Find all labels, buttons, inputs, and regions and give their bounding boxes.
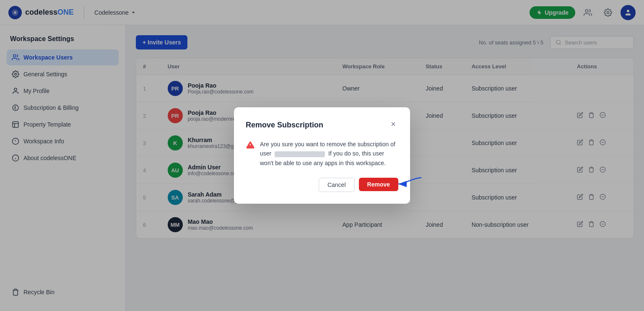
- modal-message: Are you sure you want to remove the subs…: [246, 140, 398, 168]
- modal-footer: Cancel Remove: [246, 178, 398, 192]
- redacted-username: [275, 151, 325, 157]
- remove-button[interactable]: Remove: [359, 178, 398, 191]
- modal-overlay: Remove Subscription Are you sure you wan…: [0, 0, 644, 311]
- modal-title: Remove Subscription: [246, 121, 323, 130]
- modal-message-text: Are you sure you want to remove the subs…: [260, 140, 398, 168]
- alert-triangle-icon: [246, 140, 255, 150]
- modal-body: Are you sure you want to remove the subs…: [246, 140, 398, 168]
- cancel-button[interactable]: Cancel: [319, 178, 355, 192]
- arrow-annotation: [396, 174, 426, 194]
- close-icon: [390, 121, 397, 127]
- remove-subscription-modal: Remove Subscription Are you sure you wan…: [234, 107, 410, 204]
- warning-icon: [246, 140, 255, 153]
- modal-header: Remove Subscription: [246, 119, 398, 131]
- modal-close-button[interactable]: [388, 119, 398, 131]
